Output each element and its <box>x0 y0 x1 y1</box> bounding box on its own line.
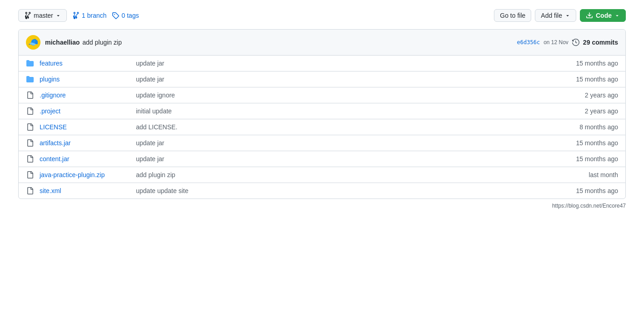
file-time: 2 years ago <box>545 107 618 115</box>
commits-count: 29 <box>583 39 590 46</box>
branch-label: master <box>34 12 53 19</box>
file-name[interactable]: features <box>40 60 131 67</box>
git-branch-count-icon <box>72 12 80 19</box>
table-row: .projectinitial update2 years ago <box>19 103 625 119</box>
file-icon <box>26 187 34 195</box>
table-row: site.xmlupdate update site15 months ago <box>19 183 625 199</box>
file-commit-message: update jar <box>136 76 540 83</box>
file-commit-message: update ignore <box>136 92 540 99</box>
file-time: last month <box>545 171 618 178</box>
file-icon <box>26 91 34 99</box>
file-time: 15 months ago <box>545 60 618 67</box>
toolbar: master 1 branch 0 tags Go to file Add <box>18 9 626 22</box>
folder-icon <box>26 59 34 67</box>
table-row: artifacts.jarupdate jar15 months ago <box>19 135 625 151</box>
table-row: java-practice-plugin.zipadd plugin zipla… <box>19 167 625 183</box>
table-row: featuresupdate jar15 months ago <box>19 56 625 71</box>
commit-hash[interactable]: e6d356c <box>517 39 540 46</box>
table-row: content.jarupdate jar15 months ago <box>19 151 625 167</box>
file-rows-container: featuresupdate jar15 months ago pluginsu… <box>19 56 625 199</box>
git-branch-icon <box>24 12 31 19</box>
code-button[interactable]: Code <box>580 9 626 22</box>
table-row: .gitignoreupdate ignore2 years ago <box>19 87 625 103</box>
folder-icon <box>26 75 34 83</box>
commit-author[interactable]: michaelliao <box>45 39 80 46</box>
commit-header: 🧢 michaelliao add plugin zip e6d356c on … <box>19 30 625 56</box>
file-name[interactable]: artifacts.jar <box>40 139 131 147</box>
file-time: 15 months ago <box>545 187 618 194</box>
commits-label: commits <box>592 39 618 46</box>
file-icon <box>26 139 34 147</box>
file-icon <box>26 171 34 179</box>
file-time: 15 months ago <box>545 155 618 163</box>
file-commit-message: initial update <box>136 107 540 115</box>
tag-count-link[interactable]: 0 tags <box>112 12 139 19</box>
tag-icon <box>112 12 119 19</box>
avatar: 🧢 <box>26 35 40 50</box>
download-icon <box>586 12 593 19</box>
toolbar-left: master 1 branch 0 tags <box>18 9 488 22</box>
file-commit-message: add plugin zip <box>136 171 540 178</box>
table-row: LICENSEadd LICENSE.8 months ago <box>19 119 625 135</box>
file-name[interactable]: LICENSE <box>40 123 131 131</box>
code-label: Code <box>596 12 612 19</box>
commit-message: add plugin zip <box>82 39 121 46</box>
file-commit-message: update jar <box>136 155 540 163</box>
file-time: 15 months ago <box>545 139 618 147</box>
tag-count-text: 0 tags <box>121 12 139 19</box>
branch-count-text: 1 branch <box>82 12 106 19</box>
file-commit-message: add LICENSE. <box>136 123 540 131</box>
file-icon <box>26 123 34 131</box>
branch-selector-button[interactable]: master <box>18 9 67 22</box>
file-commit-message: update jar <box>136 60 540 67</box>
file-name[interactable]: java-practice-plugin.zip <box>40 171 131 178</box>
commit-date-separator: on 12 Nov <box>543 39 569 46</box>
add-file-button[interactable]: Add file <box>535 9 576 22</box>
toolbar-right: Go to file Add file Code <box>494 9 626 22</box>
file-commit-message: update update site <box>136 187 540 194</box>
file-name[interactable]: .project <box>40 107 131 115</box>
history-icon <box>572 39 579 46</box>
file-name[interactable]: plugins <box>40 76 131 83</box>
commit-meta: e6d356c on 12 Nov 29 commits <box>517 39 618 46</box>
file-icon <box>26 107 34 115</box>
file-commit-message: update jar <box>136 139 540 147</box>
file-icon <box>26 155 34 163</box>
file-table: 🧢 michaelliao add plugin zip e6d356c on … <box>18 29 626 199</box>
add-file-chevron-icon <box>565 13 570 18</box>
commits-link[interactable]: 29 commits <box>583 39 618 46</box>
branch-count-link[interactable]: 1 branch <box>72 12 106 19</box>
table-row: pluginsupdate jar15 months ago <box>19 71 625 87</box>
file-time: 15 months ago <box>545 76 618 83</box>
file-time: 2 years ago <box>545 92 618 99</box>
footer-note: https://blog.csdn.net/Encore47 <box>18 203 626 209</box>
code-chevron-icon <box>614 13 620 18</box>
file-name[interactable]: site.xml <box>40 187 131 194</box>
commit-info: michaelliao add plugin zip <box>45 39 513 46</box>
file-time: 8 months ago <box>545 123 618 131</box>
go-to-file-button[interactable]: Go to file <box>494 9 531 22</box>
file-name[interactable]: .gitignore <box>40 92 131 99</box>
chevron-down-icon <box>55 13 61 18</box>
file-name[interactable]: content.jar <box>40 155 131 163</box>
